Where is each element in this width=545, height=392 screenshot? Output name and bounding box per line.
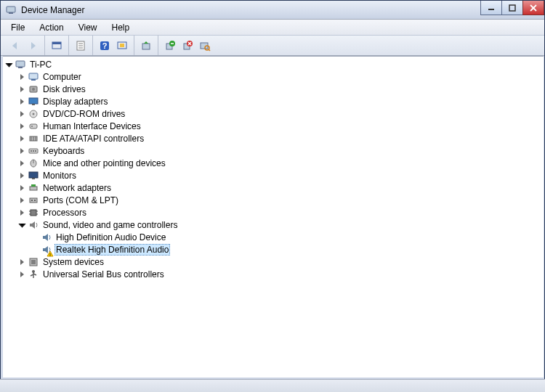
- show-hidden-button[interactable]: [48, 38, 65, 54]
- expander-icon: [29, 232, 41, 243]
- cpu-icon: [28, 207, 39, 219]
- forward-button[interactable]: [24, 38, 41, 54]
- svg-rect-15: [120, 44, 124, 47]
- refresh-button[interactable]: [113, 38, 131, 54]
- menu-action[interactable]: Action: [32, 21, 70, 34]
- speaker-icon: [41, 244, 52, 256]
- tree-category[interactable]: Universal Serial Bus controllers: [3, 268, 544, 280]
- mouse-icon: [28, 158, 39, 169]
- tree-node-label: Ports (COM & LPT): [41, 195, 120, 205]
- expander-icon[interactable]: [16, 256, 28, 268]
- uninstall-button[interactable]: [161, 38, 179, 54]
- tree-category[interactable]: Monitors: [3, 169, 544, 181]
- expander-icon[interactable]: [16, 182, 28, 194]
- expander-icon[interactable]: [16, 96, 28, 107]
- properties-button[interactable]: [72, 38, 89, 54]
- update-driver-button[interactable]: [137, 38, 155, 54]
- tree-category[interactable]: Mice and other pointing devices: [3, 157, 544, 169]
- status-bar: [0, 379, 545, 392]
- back-button[interactable]: [7, 38, 24, 54]
- tree-category[interactable]: Display adapters: [3, 95, 544, 107]
- tree-category[interactable]: Network adapters: [3, 181, 544, 194]
- svg-rect-1: [9, 12, 13, 14]
- computer-icon: [28, 71, 39, 83]
- port-icon: [28, 195, 39, 206]
- tree-node-label: Network adapters: [41, 183, 113, 193]
- expander-icon[interactable]: [16, 158, 28, 169]
- toolbar: ?: [1, 36, 544, 56]
- svg-text:?: ?: [102, 41, 108, 50]
- tree-category[interactable]: IDE ATA/ATAPI controllers: [3, 132, 544, 144]
- expander-icon[interactable]: [16, 170, 28, 181]
- tree-node-label: Ti-PC: [28, 60, 53, 70]
- window-controls: [481, 1, 544, 15]
- expander-icon[interactable]: [16, 219, 28, 231]
- tree-category[interactable]: Keyboards: [3, 144, 544, 157]
- system-icon: [28, 256, 39, 268]
- expander-icon[interactable]: [16, 108, 28, 120]
- expander-icon[interactable]: [16, 83, 28, 95]
- tree-node-label: DVD/CD-ROM drives: [41, 109, 126, 119]
- expander-icon[interactable]: [16, 207, 28, 219]
- tree-root-node[interactable]: Ti-PC: [3, 58, 544, 70]
- tree-node-label: Computer: [41, 72, 83, 82]
- expander-icon[interactable]: [3, 59, 15, 70]
- menu-bar: File Action View Help: [1, 20, 544, 36]
- tree-category[interactable]: Human Interface Devices: [3, 120, 544, 132]
- svg-rect-0: [7, 7, 15, 12]
- expander-icon[interactable]: [16, 133, 28, 144]
- menu-file[interactable]: File: [4, 21, 32, 34]
- expander-icon[interactable]: [16, 195, 28, 206]
- usb-icon: [28, 269, 39, 280]
- warning-badge-icon: [47, 250, 54, 257]
- expander-icon[interactable]: [16, 71, 28, 83]
- tree-node-label: Disk drives: [41, 84, 87, 94]
- svg-rect-16: [142, 44, 150, 49]
- close-button[interactable]: [522, 1, 544, 15]
- tree-device[interactable]: High Definition Audio Device: [3, 231, 544, 243]
- computer-icon: [15, 59, 26, 70]
- expander-icon[interactable]: [16, 121, 28, 132]
- sound-icon: [28, 219, 39, 231]
- tree-device[interactable]: Realtek High Definition Audio: [3, 243, 544, 256]
- tree-node-label: Monitors: [41, 171, 78, 181]
- menu-view[interactable]: View: [71, 21, 105, 34]
- title-bar: Device Manager: [1, 1, 544, 20]
- tree-node-label: Sound, video and game controllers: [41, 220, 179, 230]
- display-icon: [28, 96, 39, 107]
- help-button[interactable]: ?: [96, 38, 113, 54]
- tree-category[interactable]: Computer: [3, 70, 544, 83]
- tree-node-label: Universal Serial Bus controllers: [41, 269, 166, 279]
- tree-node-label: Realtek High Definition Audio: [54, 244, 170, 256]
- tree-node-label: Processors: [41, 208, 88, 218]
- expander-icon[interactable]: [16, 269, 28, 280]
- window-title: Device Manager: [21, 5, 84, 15]
- app-icon: [5, 4, 17, 16]
- device-tree[interactable]: Ti-PCComputerDisk drivesDisplay adapters…: [3, 56, 544, 377]
- tree-node-label: High Definition Audio Device: [54, 232, 167, 242]
- disk-icon: [28, 83, 39, 95]
- tree-node-label: Keyboards: [41, 146, 86, 156]
- tree-category[interactable]: Sound, video and game controllers: [3, 219, 544, 231]
- tree-category[interactable]: Processors: [3, 206, 544, 219]
- svg-line-23: [209, 49, 210, 51]
- tree-category[interactable]: DVD/CD-ROM drives: [3, 107, 544, 120]
- disable-button[interactable]: [179, 38, 196, 54]
- minimize-button[interactable]: [480, 1, 502, 15]
- ide-icon: [28, 133, 39, 144]
- speaker-icon: [41, 232, 52, 243]
- tree-node-label: IDE ATA/ATAPI controllers: [41, 134, 145, 144]
- scan-hardware-button[interactable]: [196, 38, 214, 54]
- tree-node-label: System devices: [41, 257, 105, 267]
- maximize-button[interactable]: [501, 1, 523, 15]
- menu-help[interactable]: Help: [105, 21, 137, 34]
- tree-node-label: Display adapters: [41, 97, 109, 107]
- tree-category[interactable]: Disk drives: [3, 83, 544, 95]
- expander-icon[interactable]: [16, 145, 28, 157]
- tree-category[interactable]: Ports (COM & LPT): [3, 194, 544, 206]
- svg-rect-7: [52, 42, 61, 44]
- svg-rect-3: [509, 5, 515, 11]
- tree-category[interactable]: System devices: [3, 256, 544, 268]
- tree-node-label: Mice and other pointing devices: [41, 158, 167, 168]
- expander-icon: [29, 244, 41, 256]
